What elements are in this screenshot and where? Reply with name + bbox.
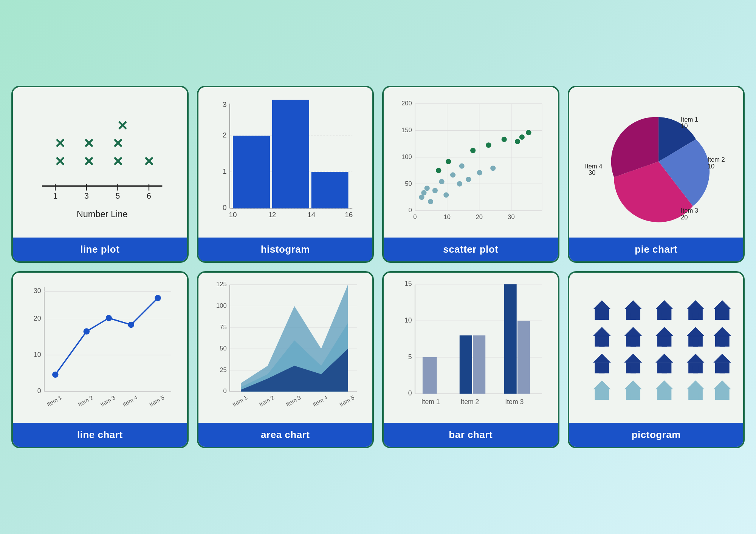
histogram-chart: 0 1 2 3 10 12 14 16 bbox=[198, 87, 373, 238]
svg-point-62 bbox=[450, 173, 455, 178]
svg-point-98 bbox=[155, 295, 161, 301]
svg-text:✕: ✕ bbox=[83, 136, 94, 151]
svg-text:Item 3: Item 3 bbox=[99, 394, 116, 408]
svg-text:✕: ✕ bbox=[54, 154, 65, 169]
svg-point-61 bbox=[443, 193, 449, 198]
area-chart-label: area chart bbox=[198, 423, 373, 447]
svg-text:Item 2: Item 2 bbox=[77, 394, 94, 408]
svg-rect-185 bbox=[692, 366, 698, 373]
card-bar-chart: 0 5 10 15 bbox=[382, 271, 559, 448]
svg-rect-29 bbox=[311, 172, 348, 208]
pictogram-label: pictogram bbox=[569, 423, 744, 447]
bar-chart-svg: 0 5 10 15 bbox=[390, 279, 551, 419]
svg-marker-180 bbox=[655, 354, 673, 363]
svg-rect-146 bbox=[599, 313, 604, 320]
svg-text:50: 50 bbox=[220, 345, 226, 352]
svg-text:✕: ✕ bbox=[117, 119, 128, 133]
svg-text:5: 5 bbox=[116, 191, 120, 200]
svg-text:Item 2: Item 2 bbox=[258, 394, 275, 408]
svg-text:14: 14 bbox=[307, 211, 315, 219]
svg-text:Item 2: Item 2 bbox=[707, 156, 725, 163]
svg-point-70 bbox=[470, 148, 476, 153]
svg-marker-201 bbox=[713, 380, 731, 389]
svg-rect-137 bbox=[460, 335, 472, 394]
svg-rect-170 bbox=[692, 340, 698, 347]
svg-rect-158 bbox=[719, 313, 725, 320]
svg-text:200: 200 bbox=[401, 100, 412, 107]
svg-text:100: 100 bbox=[216, 302, 227, 309]
svg-marker-156 bbox=[713, 300, 731, 309]
svg-text:Item 1: Item 1 bbox=[681, 116, 698, 123]
svg-point-65 bbox=[466, 177, 471, 182]
svg-text:Item 1: Item 1 bbox=[421, 398, 440, 406]
svg-point-94 bbox=[52, 372, 59, 378]
scatter-plot-label: scatter plot bbox=[384, 238, 558, 261]
bar-chart-label: bar chart bbox=[384, 423, 558, 447]
svg-rect-176 bbox=[599, 366, 604, 373]
svg-text:20: 20 bbox=[681, 214, 688, 221]
svg-text:10: 10 bbox=[707, 163, 714, 170]
svg-point-96 bbox=[106, 315, 112, 321]
card-scatter-plot: 0 50 100 150 200 0 10 20 30 bbox=[382, 86, 559, 263]
svg-text:30: 30 bbox=[589, 170, 595, 176]
card-line-chart: 0 10 20 30 Item 1 Item 2 bbox=[11, 271, 189, 448]
svg-rect-161 bbox=[599, 340, 604, 347]
svg-rect-139 bbox=[504, 284, 517, 394]
svg-text:10: 10 bbox=[229, 211, 237, 219]
svg-text:✕: ✕ bbox=[112, 136, 123, 151]
svg-rect-138 bbox=[473, 335, 485, 394]
svg-marker-147 bbox=[624, 300, 642, 309]
svg-text:✕: ✕ bbox=[143, 154, 154, 169]
svg-rect-200 bbox=[692, 393, 698, 400]
svg-text:0: 0 bbox=[408, 207, 412, 214]
svg-text:Item 1: Item 1 bbox=[46, 394, 63, 408]
svg-text:10: 10 bbox=[404, 316, 412, 324]
svg-point-66 bbox=[477, 170, 482, 176]
svg-point-74 bbox=[519, 134, 525, 140]
svg-text:50: 50 bbox=[405, 180, 412, 187]
line-chart-label: line chart bbox=[13, 423, 187, 447]
svg-text:Item 5: Item 5 bbox=[338, 394, 355, 408]
svg-marker-192 bbox=[624, 380, 642, 389]
svg-text:75: 75 bbox=[220, 324, 226, 330]
bar-chart-chart: 0 5 10 15 bbox=[384, 273, 558, 423]
svg-marker-153 bbox=[686, 300, 704, 309]
area-chart-svg: 0 25 50 75 100 125 bbox=[205, 279, 366, 419]
svg-point-69 bbox=[446, 159, 451, 164]
svg-text:30: 30 bbox=[508, 213, 514, 220]
svg-text:✕: ✕ bbox=[54, 136, 65, 151]
svg-text:16: 16 bbox=[345, 211, 353, 219]
svg-text:15: 15 bbox=[404, 280, 412, 287]
svg-text:Item 1: Item 1 bbox=[231, 394, 248, 408]
svg-point-64 bbox=[459, 164, 465, 169]
svg-marker-162 bbox=[624, 327, 642, 336]
svg-text:0: 0 bbox=[223, 388, 226, 395]
line-plot-svg: 1 3 5 6 ✕ ✕ ✕ ✕ ✕ ✕ ✕ ✕ Number Line bbox=[20, 94, 180, 234]
svg-text:150: 150 bbox=[401, 127, 412, 134]
histogram-svg: 0 1 2 3 10 12 14 16 bbox=[205, 94, 366, 234]
svg-text:0: 0 bbox=[408, 389, 412, 397]
svg-text:Item 4: Item 4 bbox=[585, 163, 602, 170]
scatter-plot-chart: 0 50 100 150 200 0 10 20 30 bbox=[384, 87, 558, 238]
pie-chart-chart: Item 1 10 Item 2 10 Item 3 20 Item 4 30 bbox=[569, 87, 744, 238]
svg-marker-159 bbox=[593, 327, 610, 336]
svg-text:20: 20 bbox=[476, 213, 482, 220]
svg-text:1: 1 bbox=[53, 191, 57, 200]
svg-text:0: 0 bbox=[223, 204, 227, 212]
svg-rect-136 bbox=[423, 357, 437, 394]
svg-marker-168 bbox=[686, 327, 704, 336]
line-chart-chart: 0 10 20 30 Item 1 Item 2 bbox=[13, 273, 187, 423]
svg-text:10: 10 bbox=[34, 351, 41, 358]
svg-rect-167 bbox=[662, 340, 667, 347]
svg-rect-155 bbox=[692, 313, 698, 320]
histogram-label: histogram bbox=[198, 238, 373, 261]
pictogram-svg bbox=[576, 279, 737, 419]
svg-marker-195 bbox=[655, 380, 673, 389]
svg-rect-197 bbox=[662, 393, 667, 400]
svg-point-60 bbox=[439, 179, 445, 184]
svg-point-59 bbox=[432, 188, 438, 193]
svg-text:25: 25 bbox=[220, 366, 226, 373]
svg-rect-28 bbox=[272, 100, 309, 208]
svg-text:✕: ✕ bbox=[112, 154, 123, 169]
svg-rect-194 bbox=[630, 393, 635, 400]
